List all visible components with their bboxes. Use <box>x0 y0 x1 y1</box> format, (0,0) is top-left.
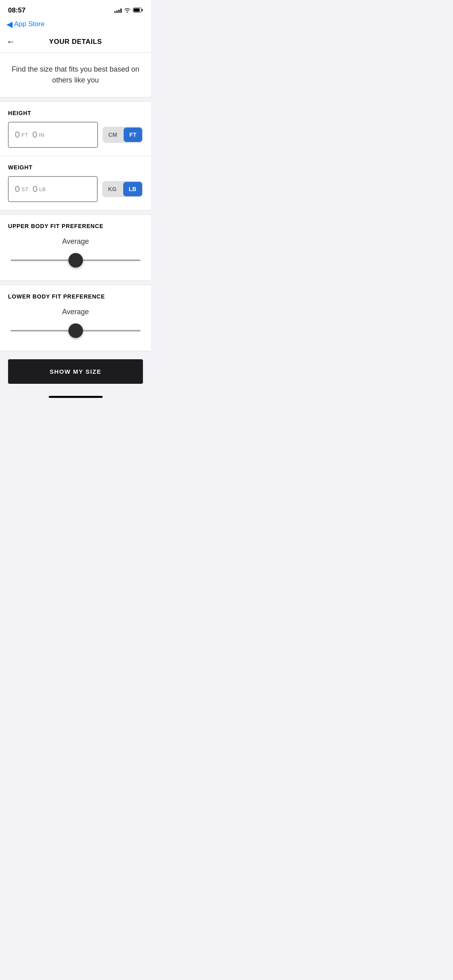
weight-label: WEIGHT <box>8 164 143 171</box>
weight-st-unit: ST <box>21 186 29 192</box>
weight-unit-toggle[interactable]: KG LB <box>102 181 143 197</box>
lower-body-slider-thumb[interactable] <box>68 323 83 338</box>
upper-body-label: UPPER BODY FIT PREFERENCE <box>8 223 143 229</box>
weight-value-box[interactable]: 0 ST 0 LB <box>8 176 97 202</box>
upper-body-value-label: Average <box>8 237 143 246</box>
height-ft-unit: FT <box>21 132 28 138</box>
weight-lb-value: 0 <box>33 184 37 194</box>
weight-kg-button[interactable]: KG <box>102 181 122 197</box>
height-section: HEIGHT 0 FT 0 IN CM FT <box>0 101 151 156</box>
lower-body-label: LOWER BODY FIT PREFERENCE <box>8 293 143 300</box>
signal-icon <box>114 8 122 13</box>
height-cm-button[interactable]: CM <box>103 127 123 143</box>
lower-body-slider-container[interactable] <box>8 323 143 339</box>
home-indicator-area <box>0 392 151 404</box>
app-store-back-button[interactable]: ◀ App Store <box>6 19 45 29</box>
show-size-container: SHOW MY SIZE <box>0 351 151 392</box>
wifi-icon <box>124 7 130 14</box>
upper-body-slider-container[interactable] <box>8 252 143 268</box>
page-header: ← YOUR DETAILS <box>0 33 151 53</box>
lower-body-slider-track <box>10 330 141 331</box>
app-store-label: App Store <box>14 20 45 28</box>
app-store-nav[interactable]: ◀ App Store <box>0 18 151 33</box>
height-value-box[interactable]: 0 FT 0 IN <box>8 122 98 148</box>
svg-rect-1 <box>142 9 143 11</box>
height-ft-button[interactable]: FT <box>124 128 142 142</box>
back-button[interactable]: ← <box>6 37 15 47</box>
battery-icon <box>133 7 143 14</box>
subtitle-text: Find the size that fits you best based o… <box>8 64 143 86</box>
app-store-back-arrow: ◀ <box>6 19 12 29</box>
svg-rect-2 <box>134 8 140 12</box>
show-size-button[interactable]: SHOW MY SIZE <box>8 359 143 384</box>
lower-body-value-label: Average <box>8 308 143 316</box>
weight-input-row: 0 ST 0 LB KG LB <box>8 176 143 202</box>
home-indicator <box>49 396 103 398</box>
height-ft-value: 0 <box>15 130 20 140</box>
height-in-value: 0 <box>32 130 37 140</box>
page-title: YOUR DETAILS <box>6 38 145 46</box>
weight-lb-unit: LB <box>39 186 46 192</box>
upper-body-slider-thumb[interactable] <box>68 253 83 268</box>
upper-body-slider-track <box>10 259 141 261</box>
lower-body-section: LOWER BODY FIT PREFERENCE Average <box>0 285 151 351</box>
status-bar: 08:57 <box>0 0 151 18</box>
height-in-unit: IN <box>39 132 44 138</box>
subtitle-section: Find the size that fits you best based o… <box>0 53 151 97</box>
height-input-row: 0 FT 0 IN CM FT <box>8 122 143 148</box>
status-icons <box>114 7 143 14</box>
weight-st-value: 0 <box>15 184 20 194</box>
upper-body-section: UPPER BODY FIT PREFERENCE Average <box>0 214 151 281</box>
weight-lb-button[interactable]: LB <box>123 182 142 196</box>
status-time: 08:57 <box>8 6 25 14</box>
height-label: HEIGHT <box>8 110 143 116</box>
weight-section: WEIGHT 0 ST 0 LB KG LB <box>0 156 151 210</box>
height-unit-toggle[interactable]: CM FT <box>103 127 143 143</box>
